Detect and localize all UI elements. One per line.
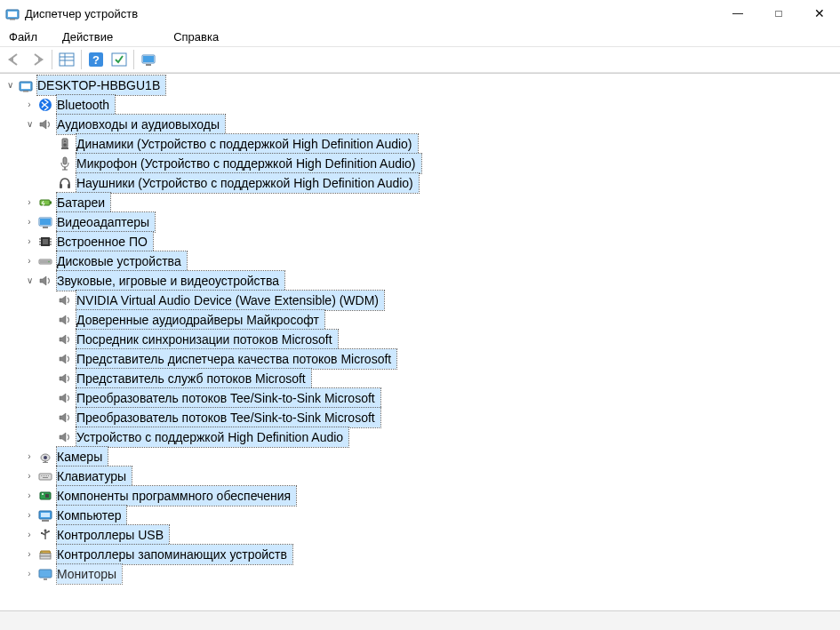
app-icon	[5, 6, 20, 20]
menu-help[interactable]: Справка	[164, 28, 228, 45]
device-headphones[interactable]: Наушники (Устройство с поддержкой High D…	[43, 173, 840, 193]
category-firmware[interactable]: › Встроенное ПО	[23, 232, 840, 251]
forward-button[interactable]	[27, 49, 48, 70]
back-button[interactable]	[4, 49, 25, 70]
speaker-icon	[37, 116, 53, 132]
speaker-device-icon	[57, 136, 73, 152]
speaker-icon	[57, 312, 73, 328]
menu-file[interactable]: Файл	[0, 28, 46, 45]
category-keyboards[interactable]: › Клавиатуры	[23, 467, 840, 486]
expand-icon[interactable]: ›	[23, 99, 36, 111]
usb-icon	[37, 527, 53, 543]
expand-icon[interactable]: ∨	[4, 79, 16, 92]
category-computer[interactable]: › Компьютер	[23, 506, 840, 525]
expand-icon[interactable]: ›	[23, 196, 36, 209]
expand-icon[interactable]: ›	[23, 490, 36, 502]
toolbar-separator	[81, 50, 82, 69]
display-icon	[37, 214, 53, 230]
microphone-icon	[57, 156, 73, 171]
expand-icon[interactable]: ›	[23, 235, 36, 248]
show-hidden-button[interactable]	[56, 49, 77, 70]
component-icon	[37, 488, 53, 504]
monitor-icon	[37, 566, 53, 582]
category-software-components[interactable]: › Компоненты программного обеспечения	[23, 486, 840, 506]
device-tree[interactable]: ∨ DESKTOP-HBBGU1B › Bluetooth ∨ Аудиовхо…	[0, 74, 840, 610]
category-cameras[interactable]: › Камеры	[23, 447, 840, 467]
help-button[interactable]	[85, 49, 107, 70]
speaker-icon	[57, 429, 73, 445]
speaker-icon	[57, 331, 73, 347]
disk-icon	[37, 253, 53, 269]
menubar: Файл Действие Справка	[0, 27, 840, 46]
category-batteries[interactable]: › Батареи	[23, 193, 840, 212]
category-sound-game[interactable]: ∨ Звуковые, игровые и видеоустройства NV…	[23, 271, 840, 447]
category-monitors[interactable]: › Мониторы	[23, 564, 840, 584]
keyboard-icon	[37, 468, 53, 484]
device-svc-rep[interactable]: Представитель служб потоков Microsoft	[43, 369, 840, 388]
storage-icon	[37, 546, 53, 562]
computer-icon	[37, 507, 53, 523]
statusbar	[0, 610, 840, 630]
computer-icon	[18, 77, 34, 93]
expand-icon[interactable]: ›	[23, 529, 36, 541]
device-tee-2[interactable]: Преобразователь потоков Tee/Sink-to-Sink…	[43, 408, 840, 427]
category-usb-controllers[interactable]: › Контроллеры USB	[23, 525, 840, 545]
menu-action[interactable]: Действие	[53, 28, 122, 45]
device-ms-trusted[interactable]: Доверенные аудиодрайверы Майкрософт	[43, 310, 840, 330]
device-tee-1[interactable]: Преобразователь потоков Tee/Sink-to-Sink…	[43, 388, 840, 408]
category-disk-drives[interactable]: › Дисковые устройства	[23, 251, 840, 271]
speaker-icon	[57, 371, 73, 387]
category-bluetooth[interactable]: › Bluetooth	[23, 95, 840, 115]
collapse-icon[interactable]: ∨	[23, 118, 36, 131]
root-label: DESKTOP-HBBGU1B	[37, 76, 165, 95]
toolbar-separator	[52, 50, 52, 69]
battery-icon	[37, 195, 53, 211]
category-video-adapters[interactable]: › Видеоадаптеры	[23, 212, 840, 232]
speaker-icon	[57, 292, 73, 308]
collapse-icon[interactable]: ∨	[23, 275, 36, 287]
device-nvidia-audio[interactable]: NVIDIA Virtual Audio Device (Wave Extens…	[43, 291, 840, 310]
tree-panel: ∨ DESKTOP-HBBGU1B › Bluetooth ∨ Аудиовхо…	[0, 73, 840, 610]
minimize-button[interactable]: —	[717, 0, 758, 27]
device-qos-rep[interactable]: Представитель диспетчера качества потоко…	[43, 349, 840, 369]
expand-icon[interactable]: ›	[23, 216, 36, 228]
window-title: Диспетчер устройств	[25, 7, 138, 20]
properties-button[interactable]	[138, 49, 159, 70]
device-microphone[interactable]: Микрофон (Устройство с поддержкой High D…	[43, 154, 840, 173]
maximize-button[interactable]: □	[758, 0, 799, 27]
speaker-icon	[57, 351, 73, 367]
headphones-icon	[57, 175, 73, 191]
category-audio-io[interactable]: ∨ Аудиовходы и аудиовыходы Динамики (Уст…	[23, 115, 840, 193]
titlebar: Диспетчер устройств — □ ✕	[0, 0, 840, 27]
expand-icon[interactable]: ›	[23, 470, 36, 482]
expand-icon[interactable]: ›	[23, 509, 36, 522]
close-button[interactable]: ✕	[799, 0, 840, 27]
expand-icon[interactable]: ›	[23, 255, 36, 267]
toolbar-separator	[133, 50, 134, 69]
tree-root[interactable]: ∨ DESKTOP-HBBGU1B › Bluetooth ∨ Аудиовхо…	[4, 76, 840, 584]
category-storage-controllers[interactable]: › Контроллеры запоминающих устройств	[23, 545, 840, 564]
expand-icon[interactable]: ›	[23, 548, 36, 561]
speaker-icon	[57, 410, 73, 426]
device-speakers[interactable]: Динамики (Устройство с поддержкой High D…	[43, 134, 840, 154]
camera-icon	[37, 449, 53, 465]
expand-icon[interactable]: ›	[23, 568, 36, 580]
window-controls: — □ ✕	[717, 0, 840, 27]
expand-icon[interactable]: ›	[23, 451, 36, 463]
speaker-icon	[57, 390, 73, 406]
speaker-icon	[37, 273, 53, 289]
bluetooth-icon	[37, 97, 53, 113]
scan-button[interactable]	[108, 49, 130, 70]
device-sync-proxy[interactable]: Посредник синхронизации потоков Microsof…	[43, 330, 840, 349]
device-hd-audio[interactable]: Устройство с поддержкой High Definition …	[43, 427, 840, 447]
chip-icon	[37, 234, 53, 250]
toolbar	[0, 46, 840, 73]
